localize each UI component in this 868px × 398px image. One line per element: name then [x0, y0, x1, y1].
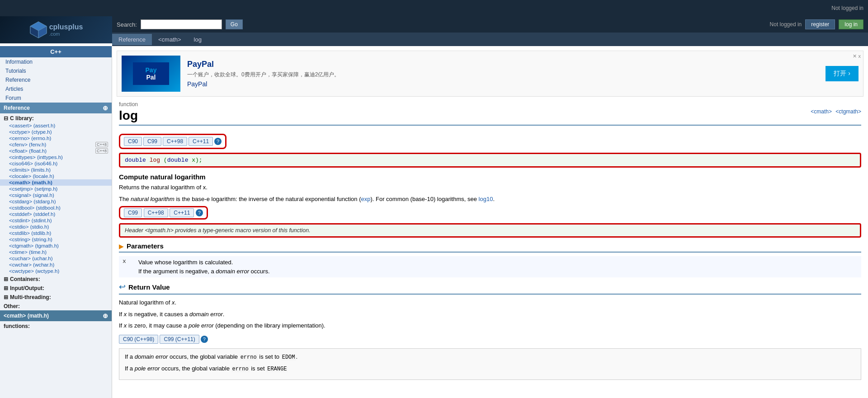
logo-sub: .com: [49, 31, 83, 37]
log10-link[interactable]: log10: [479, 196, 493, 202]
inputoutput-group: ⊞ Input/Output:: [0, 283, 112, 292]
navbar: Reference <cmath> log: [112, 33, 868, 46]
return-text2: If x is negative, it causes a domain err…: [119, 310, 861, 319]
vtab3-c99cpp11[interactable]: C99 (C++11): [160, 335, 199, 344]
param-x-row: x Value whose logarithm is calculated. I…: [119, 256, 861, 277]
ad-sub: 一个账户，收款全球。0费用开户，享买家保障，赢迪2亿用户。: [187, 71, 819, 79]
ad-content: PayPal 一个账户，收款全球。0费用开户，享买家保障，赢迪2亿用户。 Pay…: [187, 60, 819, 88]
vtab-c90[interactable]: C90: [124, 137, 142, 146]
sidebar-link-csignal[interactable]: <csignal> (signal.h): [0, 192, 112, 198]
sidebar-link-cstdarg[interactable]: <cstdarg> (stdarg.h): [0, 198, 112, 205]
logo-text: cplusplus: [49, 23, 83, 31]
error-text1: If a domain error occurs, the global var…: [125, 352, 855, 361]
sidebar-link-cmath[interactable]: <cmath> (math.h): [0, 179, 112, 186]
sidebar-item-forum[interactable]: Forum: [0, 94, 112, 103]
sidebar-link-cstdlib[interactable]: <cstdlib> (stdlib.h): [0, 230, 112, 236]
sidebar-link-cstring[interactable]: <cstring> (string.h): [0, 236, 112, 243]
return-text3: If x is zero, it may cause a pole error …: [119, 321, 861, 330]
ad-open-button[interactable]: 打开 ›: [826, 66, 859, 81]
nav-tab-log[interactable]: log: [188, 34, 208, 45]
section1-text2: The natural logarithm is the base-e loga…: [119, 195, 861, 204]
svg-text:Pal: Pal: [146, 74, 156, 81]
code-block-1: double log (double x);: [119, 153, 861, 168]
params-title: Parameters: [127, 242, 164, 250]
note-box: Header <tgmath.h> provides a type-generi…: [119, 223, 861, 238]
sidebar-link-cstdbool[interactable]: <cstdbool> (stdbool.h): [0, 205, 112, 211]
header-tags: <cmath> <ctgmath>: [808, 108, 861, 115]
error-version-tabs: C90 (C++98) C99 (C++11) ?: [119, 335, 861, 344]
sidebar-link-cwchar[interactable]: <cwchar> (wchar.h): [0, 262, 112, 268]
sidebar-link-cwctype[interactable]: <cwctype> (wctype.h): [0, 268, 112, 274]
version-tabs-1: C90 C99 C++98 C++11 ?: [119, 134, 226, 149]
sidebar-link-cstdio[interactable]: <cstdio> (stdio.h): [0, 224, 112, 230]
search-bar: Search: Go Not logged in register log in: [112, 16, 868, 33]
register-button[interactable]: register: [805, 19, 835, 29]
sidebar-link-cfloat[interactable]: <cfloat> (float.h) C++8: [0, 148, 112, 154]
site-logo: cplusplus .com: [0, 16, 112, 43]
sidebar-link-cstddef[interactable]: <cstddef> (stddef.h): [0, 211, 112, 217]
login-button[interactable]: log in: [839, 19, 863, 29]
nav-tab-cmath[interactable]: <cmath>: [152, 34, 188, 45]
sidebar-item-articles[interactable]: Articles: [0, 84, 112, 94]
ad-image: Pay Pal: [122, 56, 180, 92]
sidebar-link-cuchar[interactable]: <cuchar> (uchar.h): [0, 255, 112, 262]
multithreading-group: ⊞ Multi-threading:: [0, 292, 112, 301]
sidebar-link-cassert[interactable]: <cassert> (assert.h): [0, 122, 112, 129]
return-title: Return Value: [128, 283, 170, 291]
sidebar-link-csetjmp[interactable]: <csetjmp> (setjmp.h): [0, 186, 112, 192]
cmath-functions-label: functions:: [0, 321, 112, 330]
vtab-cpp11[interactable]: C++11: [189, 137, 213, 146]
c-library-group: ⊟ C library:: [0, 113, 112, 122]
sidebar-link-ciso646[interactable]: <ciso646> (iso646.h): [0, 160, 112, 167]
sidebar-link-cctype[interactable]: <cctype> (ctype.h): [0, 129, 112, 135]
ctgmath-tag-link[interactable]: <ctgmath>: [835, 108, 861, 115]
section1-title: Compute natural logarithm: [119, 173, 861, 181]
param-x-desc: Value whose logarithm is calculated. If …: [138, 258, 270, 276]
sidebar-link-cerrno[interactable]: <cerrno> (errno.h): [0, 135, 112, 141]
sidebar-link-cinttypes[interactable]: <cinttypes> (inttypes.h): [0, 154, 112, 160]
not-logged-text: Not logged in: [770, 21, 802, 28]
go-button[interactable]: Go: [226, 19, 243, 29]
param-x-name: x: [123, 258, 132, 276]
vtab-c99[interactable]: C99: [143, 137, 161, 146]
page-title: log: [119, 108, 138, 123]
exp-link[interactable]: exp: [361, 196, 370, 202]
containers-group: ⊞ Containers:: [0, 274, 112, 283]
error-text2: If a pole error occurs, the global varia…: [125, 364, 855, 373]
error-table-box: If a domain error occurs, the global var…: [119, 348, 861, 380]
not-logged-label: Not logged in: [831, 5, 863, 11]
topbar: Not logged in: [0, 0, 868, 16]
vtab3-c90cpp98[interactable]: C90 (C++98): [119, 335, 158, 344]
sidebar-link-cstdint[interactable]: <cstdint> (stdint.h): [0, 217, 112, 224]
version-info-icon[interactable]: ?: [214, 138, 222, 145]
vtab2-cpp11[interactable]: C++11: [170, 208, 194, 217]
sidebar-link-ctgmath[interactable]: <ctgmath> (tgmath.h): [0, 243, 112, 249]
ad-title: PayPal: [187, 60, 819, 69]
ad-brand: PayPal: [187, 80, 819, 88]
sidebar-item-reference[interactable]: Reference: [0, 75, 112, 84]
svg-text:Pay: Pay: [146, 66, 157, 74]
search-input[interactable]: [141, 19, 222, 29]
section1-text1: Returns the natural logarithm of x.: [119, 183, 861, 192]
vtab2-cpp98[interactable]: C++98: [144, 208, 168, 217]
return-icon: ↩: [119, 282, 126, 292]
cmath-tag-link[interactable]: <cmath>: [811, 108, 832, 115]
vtab2-c99[interactable]: C99: [124, 208, 142, 217]
cpp-sidebar-header: C++: [0, 46, 112, 57]
version2-info-icon[interactable]: ?: [196, 209, 203, 216]
function-label: function: [119, 101, 861, 108]
sidebar-link-climits[interactable]: <climits> (limits.h): [0, 167, 112, 173]
sidebar-item-tutorials[interactable]: Tutorials: [0, 66, 112, 75]
other-group: Other:: [0, 301, 112, 310]
vtab-cpp98[interactable]: C++98: [163, 137, 187, 146]
ad-close-button[interactable]: ✕ x: [853, 53, 861, 59]
search-label: Search:: [117, 21, 137, 28]
ad-banner: Pay Pal PayPal 一个账户，收款全球。0费用开户，享买家保障，赢迪2…: [117, 51, 863, 97]
version3-info-icon[interactable]: ?: [201, 336, 208, 343]
sidebar-item-information[interactable]: Information: [0, 57, 112, 66]
nav-tab-reference[interactable]: Reference: [112, 34, 152, 45]
sidebar-link-cfenv[interactable]: <cfenv> (fenv.h) C++8: [0, 141, 112, 148]
sidebar-link-clocale[interactable]: <clocale> (locale.h): [0, 173, 112, 179]
reference-header: Reference ⊕: [0, 103, 112, 113]
sidebar-link-ctime[interactable]: <ctime> (time.h): [0, 249, 112, 255]
